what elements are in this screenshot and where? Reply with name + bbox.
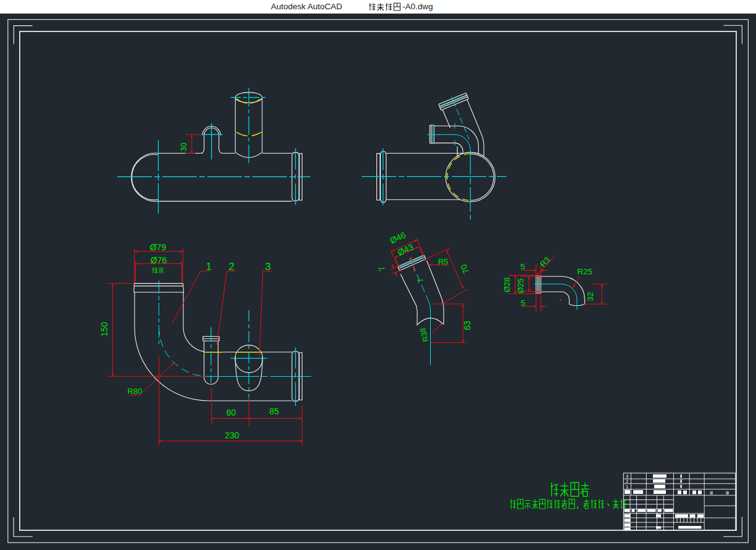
svg-text:5: 5: [520, 262, 525, 271]
svg-text:60: 60: [226, 408, 236, 417]
svg-text:5: 5: [521, 298, 526, 308]
svg-text:230: 230: [225, 430, 239, 440]
svg-text:2: 2: [228, 261, 234, 273]
svg-text:1: 1: [626, 484, 628, 490]
svg-text:1: 1: [206, 261, 212, 273]
svg-text:85: 85: [269, 406, 279, 416]
svg-text:63: 63: [462, 321, 472, 330]
svg-text:Ø28: Ø28: [502, 277, 512, 293]
svg-text:32: 32: [586, 292, 595, 301]
svg-text:Ø79: Ø79: [150, 242, 167, 252]
svg-text:150: 150: [99, 322, 109, 337]
svg-text:Ø25: Ø25: [516, 278, 525, 293]
svg-text:R25: R25: [577, 267, 592, 276]
svg-text:Ø76: Ø76: [151, 255, 167, 265]
svg-text:R5: R5: [438, 257, 449, 266]
svg-text:30: 30: [179, 142, 188, 151]
svg-text:3: 3: [265, 261, 270, 273]
svg-text:R80: R80: [128, 387, 143, 396]
